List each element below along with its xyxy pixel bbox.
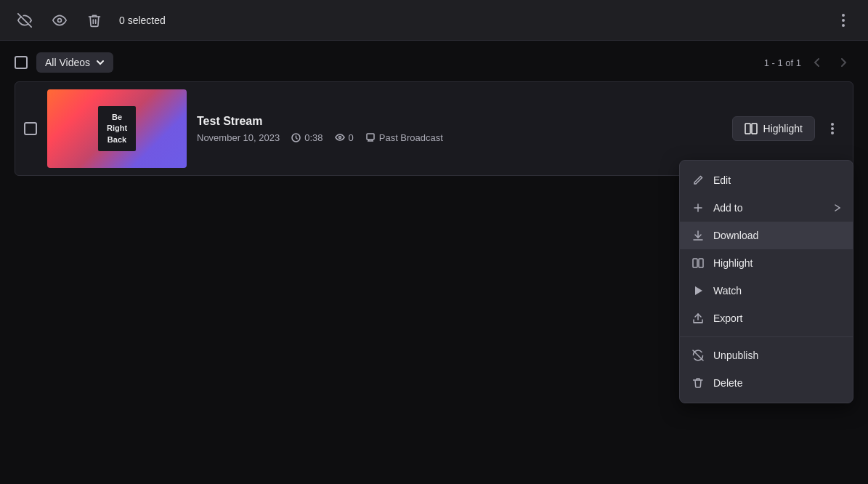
svg-point-2 [842,14,845,17]
video-title: Test Stream [197,115,722,128]
svg-rect-17 [699,259,703,267]
highlight-button[interactable]: Highlight [732,116,815,141]
video-more-button[interactable] [821,117,844,140]
context-menu-highlight[interactable]: Highlight [680,249,853,277]
context-menu-unpublish[interactable]: Unpublish [680,342,853,369]
highlight-button-label: Highlight [763,123,803,134]
download-icon [691,229,705,242]
clock-icon [291,133,301,142]
video-actions: Highlight [732,116,844,141]
delete-button[interactable] [81,7,108,33]
svg-rect-7 [367,134,374,140]
context-watch-label: Watch [713,285,742,297]
svg-rect-9 [752,124,757,134]
eye-icon [335,134,345,141]
context-menu-delete[interactable]: Delete [680,369,853,397]
video-details: November 10, 2023 0:38 [197,132,722,143]
filter-left: All Videos [15,52,113,73]
context-menu-divider [680,336,853,337]
pagination-text: 1 - 1 of 1 [764,57,801,68]
svg-rect-16 [693,259,697,267]
eye-button[interactable] [46,7,73,33]
context-highlight-label: Highlight [713,257,753,269]
pagination-info: 1 - 1 of 1 [764,52,853,73]
broadcast-icon [365,133,376,142]
add-to-arrow-icon [834,203,841,212]
context-edit-label: Edit [713,174,731,186]
svg-point-3 [842,19,845,22]
context-menu-add-to[interactable]: Add to [680,194,853,222]
export-icon [691,312,705,325]
unpublish-icon [691,349,705,362]
context-menu-edit[interactable]: Edit [680,166,853,194]
video-date: November 10, 2023 [197,132,280,143]
toolbar-more-button[interactable] [830,7,856,33]
video-duration: 0:38 [291,132,323,143]
highlight-menu-icon [691,257,705,270]
pagination-next[interactable] [833,52,853,73]
svg-marker-18 [695,286,702,295]
context-delete-label: Delete [713,377,742,389]
filter-row: All Videos 1 - 1 of 1 [15,52,853,73]
svg-point-6 [338,137,341,139]
watch-icon [691,284,705,297]
delete-menu-icon [691,376,705,390]
svg-rect-8 [745,124,750,134]
select-all-checkbox[interactable] [15,56,28,69]
context-unpublish-label: Unpublish [713,350,758,361]
context-add-to-label: Add to [713,202,742,214]
thumbnail-gradient: Be Right Back [47,89,187,168]
toolbar: 0 selected [0,0,868,41]
context-menu-export[interactable]: Export [680,304,853,332]
video-views: 0 [335,132,354,143]
svg-point-10 [831,123,834,126]
context-download-label: Download [713,230,758,241]
pagination-prev[interactable] [807,52,827,73]
svg-point-11 [831,127,834,130]
video-thumbnail[interactable]: Be Right Back [47,89,187,168]
svg-point-4 [842,24,845,27]
svg-point-12 [831,132,834,134]
edit-icon [691,174,705,187]
filter-dropdown[interactable]: All Videos [36,52,113,73]
video-category: Past Broadcast [365,132,443,143]
selected-count: 0 selected [119,15,166,26]
context-menu-download[interactable]: Download [680,222,853,249]
video-meta: Test Stream November 10, 2023 0:38 [197,115,722,143]
context-menu: Edit Add to Download [679,160,853,403]
context-export-label: Export [713,312,742,324]
row-checkbox[interactable] [24,122,37,135]
filter-dropdown-label: All Videos [45,57,90,68]
thumbnail-card: Be Right Back [98,106,136,151]
svg-point-1 [58,18,62,22]
context-menu-watch[interactable]: Watch [680,277,853,304]
add-to-icon [691,201,705,214]
hide-button[interactable] [12,7,38,33]
